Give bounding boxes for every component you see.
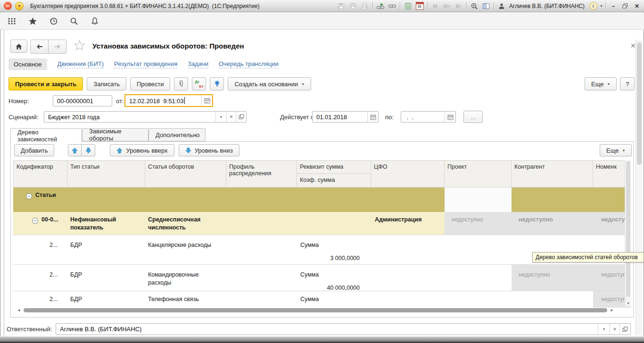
tab-tasks[interactable]: Задачи	[188, 60, 208, 68]
cell-contractor[interactable]	[512, 291, 593, 308]
reminder-button[interactable]	[210, 77, 224, 90]
column-header-cfo[interactable]: ЦФО	[371, 160, 445, 188]
scrollbar-thumb[interactable]	[626, 161, 630, 297]
cell-type[interactable]: БДР	[67, 235, 145, 264]
calendar-picker-icon[interactable]	[367, 112, 378, 122]
cell-code[interactable]: 2...	[13, 265, 67, 291]
move-up-button[interactable]	[68, 144, 82, 156]
valid-to-field[interactable]: . .	[401, 111, 456, 122]
main-menu-button[interactable]: ▼	[15, 2, 24, 10]
column-header-contractor[interactable]: Контрагент	[512, 160, 593, 188]
scroll-left-icon[interactable]: ◄	[17, 307, 21, 313]
go-to-link-icon[interactable]	[375, 1, 386, 11]
search-icon[interactable]	[69, 16, 79, 26]
cell-article[interactable]: Среднесписочная численность	[145, 212, 226, 235]
history-icon[interactable]	[48, 16, 58, 26]
calculator-icon[interactable]	[403, 1, 413, 11]
dt-kt-button[interactable]: ДтКт	[192, 77, 206, 90]
grid-more-button[interactable]: Еще▼	[600, 144, 632, 156]
calendar-picker-icon[interactable]	[445, 112, 455, 122]
grid-horizontal-scrollbar[interactable]: ◄ ►	[13, 307, 631, 313]
get-link-icon[interactable]	[387, 1, 397, 11]
tab-movements-bit[interactable]: Движения (БИТ)	[58, 60, 104, 68]
open-item-icon[interactable]	[236, 112, 246, 122]
minimize-button[interactable]: –	[608, 3, 619, 9]
more-button[interactable]: Еще▼	[585, 77, 617, 90]
cell-type[interactable]: Нефинансовый показатель	[67, 212, 145, 235]
clear-icon[interactable]: ×	[610, 324, 619, 335]
cell-project[interactable]	[445, 265, 512, 291]
chevron-down-icon[interactable]: ▼	[600, 4, 603, 8]
collapse-icon[interactable]: −	[26, 193, 32, 199]
cell-article[interactable]: Телефонная связь	[145, 291, 226, 308]
post-button[interactable]: Провести	[130, 77, 171, 90]
tab-dependency-tree[interactable]: Дерево зависимостей	[10, 128, 82, 142]
cell-code[interactable]: 2...	[13, 235, 67, 264]
scrollbar-thumb[interactable]	[637, 42, 642, 165]
tab-dependent-turnovers[interactable]: Зависимые обороты	[82, 128, 149, 141]
cell-profile[interactable]	[226, 235, 297, 264]
number-field[interactable]: 00-00000001	[53, 95, 112, 106]
calendar-icon[interactable]: 31	[414, 1, 425, 11]
chevron-down-icon[interactable]: ▼	[598, 324, 610, 335]
cell-article[interactable]: Командировочные расходы	[145, 265, 226, 291]
table-row-indicator[interactable]: −00-0... Нефинансовый показатель Среднес…	[13, 212, 631, 235]
attachments-button[interactable]	[174, 77, 188, 90]
save-icon[interactable]	[336, 1, 347, 11]
print-icon[interactable]	[348, 1, 358, 11]
favorites-star-icon[interactable]	[27, 16, 38, 26]
cell-type[interactable]: БДР	[67, 265, 145, 291]
cell-project[interactable]	[445, 235, 512, 264]
cell-article[interactable]: Канцелярские расходы	[145, 235, 226, 264]
cell-code[interactable]: 2...	[13, 291, 67, 308]
apps-grid-icon[interactable]	[7, 16, 17, 26]
responsible-field[interactable]: Агличев В.В. (БИТ.ФИНАНС) ▼ ×	[56, 323, 631, 335]
table-row-item[interactable]: 2... БДР Командировочные расходы Сумма40…	[13, 265, 631, 291]
tab-additional[interactable]: Дополнительно	[149, 128, 206, 141]
scenario-field[interactable]: Бюджет 2018 года ▼ ×	[44, 111, 247, 122]
level-down-button[interactable]: Уровень вниз	[179, 144, 239, 156]
current-user[interactable]: Агличев В.В. (БИТ.ФИНАНС)	[509, 3, 585, 9]
cell-profile[interactable]	[226, 212, 297, 235]
move-down-button[interactable]	[82, 144, 95, 156]
column-header-attr-sum[interactable]: Реквизит сумма	[297, 161, 371, 174]
column-header-sum[interactable]: Реквизит сумма Коэф. сумма	[297, 160, 371, 188]
column-header-coef-sum[interactable]: Коэф. сумма	[297, 174, 371, 187]
open-item-icon[interactable]	[619, 324, 630, 335]
forward-button[interactable]	[49, 40, 66, 54]
info-icon[interactable]: i	[588, 1, 598, 11]
chevron-down-icon[interactable]: ▼	[215, 112, 226, 122]
cell-profile[interactable]	[226, 265, 297, 291]
split-window-icon[interactable]	[481, 1, 491, 11]
add-row-button[interactable]: Добавить	[14, 144, 54, 156]
tree-cell[interactable]: −00-0...	[13, 212, 67, 235]
close-form-icon[interactable]: ✕	[630, 42, 636, 49]
table-row-item[interactable]: 2... БДР Телефонная связь Сумма недоступ…	[13, 291, 631, 308]
column-header-project[interactable]: Проект	[445, 160, 512, 188]
cell-cfo[interactable]	[371, 265, 445, 291]
memory-recall-button[interactable]: M	[430, 1, 440, 11]
cell-cfo[interactable]	[371, 235, 445, 264]
tree-cell[interactable]: −Статьи	[13, 188, 67, 212]
cell-project[interactable]	[445, 291, 512, 308]
cell-cfo[interactable]: Администрация	[371, 212, 445, 235]
home-button[interactable]	[10, 40, 27, 53]
cell-sum[interactable]: Сумма	[297, 291, 371, 308]
favorite-star-icon[interactable]	[74, 40, 85, 51]
back-button[interactable]	[30, 40, 49, 54]
help-button[interactable]: ?	[620, 77, 635, 90]
cell-type[interactable]: БДР	[67, 291, 145, 308]
cell-cfo[interactable]	[371, 291, 445, 308]
memory-plus-button[interactable]: M+	[442, 1, 452, 11]
column-header-profile[interactable]: Профиль распределения	[226, 160, 297, 188]
scroll-right-icon[interactable]: ►	[610, 307, 614, 313]
zoom-icon[interactable]	[469, 1, 479, 11]
table-row-group-articles[interactable]: −Статьи	[13, 188, 631, 212]
scrollbar-thumb[interactable]	[24, 308, 607, 312]
collapse-icon[interactable]: −	[32, 218, 38, 224]
cell-sum[interactable]	[297, 212, 371, 235]
memory-minus-button[interactable]: M-	[454, 1, 464, 11]
date-field[interactable]: 12.02.2018 9:51:03	[124, 94, 213, 107]
form-vertical-scrollbar[interactable]	[636, 40, 643, 335]
column-header-type[interactable]: Тип статьи	[67, 160, 145, 188]
